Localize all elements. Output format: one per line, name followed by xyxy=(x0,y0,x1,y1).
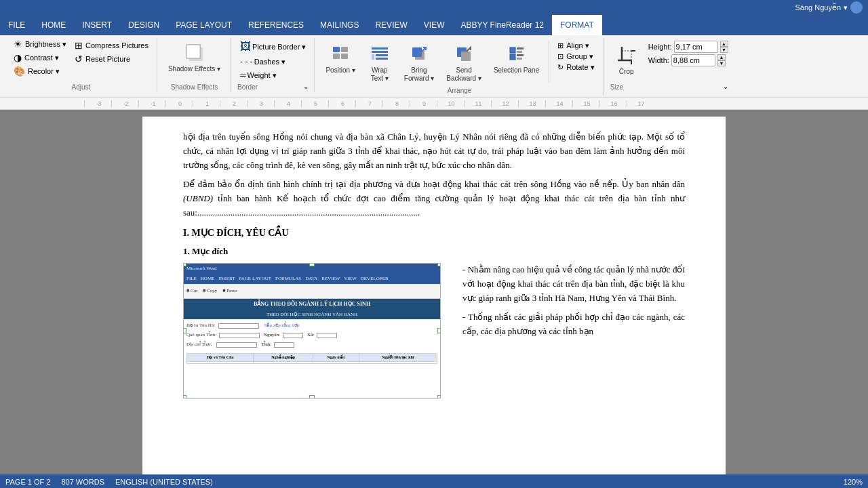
menu-file[interactable]: FILE xyxy=(0,15,33,35)
selection-handle-br[interactable] xyxy=(437,395,441,399)
selection-pane-button[interactable]: Selection Pane xyxy=(490,39,543,77)
embedded-label-3: Địa chỉ Tỉnh: xyxy=(186,341,214,348)
ruler-mark: 17 xyxy=(627,100,654,107)
reset-picture-button[interactable]: ↺ Reset Picture xyxy=(72,53,151,65)
size-inputs: Height: ▲ ▼ Width: ▲ ▼ xyxy=(648,41,728,66)
zoom-level[interactable]: 120% xyxy=(844,478,863,486)
recolor-label: Recolor ▾ xyxy=(28,67,60,76)
document-page[interactable]: hội địa trên tuyến sông Hồng nói chung v… xyxy=(142,117,726,474)
width-up-button[interactable]: ▲ xyxy=(717,54,726,60)
menu-view[interactable]: VIEW xyxy=(416,15,453,35)
dashes-button[interactable]: - - - Dashes ▾ xyxy=(237,56,288,68)
size-expand-button[interactable]: ⌄ xyxy=(723,83,728,90)
ribbon-group-shadow: Shadow Effects ▾ Shadow Effects xyxy=(159,38,231,92)
bring-forward-label: BringForward ▾ xyxy=(404,66,434,83)
crop-button[interactable]: Crop xyxy=(610,41,643,79)
right-paragraph-1: - Nhằm nâng cao hiệu quả về công tác quả… xyxy=(462,263,685,305)
align-button[interactable]: ⊞ Align ▾ xyxy=(555,41,597,51)
menu-review[interactable]: REVIEW xyxy=(367,15,415,35)
right-column-text: - Nhằm nâng cao hiệu quả về công tác quả… xyxy=(462,263,685,404)
document-area: hội địa trên tuyến sông Hồng nói chung v… xyxy=(0,110,868,474)
border-expand-button[interactable]: ⌄ xyxy=(303,83,309,90)
ruler: -3 -2 -1 0 1 2 3 4 5 6 7 8 9 10 11 12 13… xyxy=(0,98,868,110)
embedded-data-table: Họ và Tên Cha Nghề nghiệp Ngày mất Người… xyxy=(186,353,437,365)
ruler-mark: 7 xyxy=(355,100,382,107)
ruler-mark: 16 xyxy=(599,100,627,107)
embedded-menu-item: INSERT xyxy=(218,275,235,283)
width-input[interactable] xyxy=(671,54,715,66)
group-button[interactable]: ⊡ Group ▾ xyxy=(555,52,597,62)
position-button[interactable]: Position ▾ xyxy=(321,39,359,77)
compress-pictures-button[interactable]: ⊞ Compress Pictures xyxy=(72,39,151,52)
selection-handle-tl[interactable] xyxy=(183,263,186,266)
picture-border-button[interactable]: 🖼 Picture Border ▾ xyxy=(237,39,309,54)
height-down-button[interactable]: ▼ xyxy=(720,47,728,53)
embedded-image[interactable]: ● Microsoft Word FILE HOME INSERT PAGE L… xyxy=(183,263,441,399)
user-chevron[interactable]: ▾ xyxy=(844,3,848,12)
height-up-button[interactable]: ▲ xyxy=(720,41,728,47)
brightness-button[interactable]: ☀ Brightness ▾ xyxy=(11,38,69,50)
compress-label: Compress Pictures xyxy=(85,41,149,49)
svg-rect-16 xyxy=(461,52,471,61)
recolor-button[interactable]: 🎨 Recolor ▾ xyxy=(11,65,69,77)
selection-handle-bl[interactable] xyxy=(183,395,186,399)
reset-label: Reset Picture xyxy=(85,55,130,63)
menu-references[interactable]: REFERENCES xyxy=(240,15,312,35)
svg-rect-21 xyxy=(517,51,522,53)
rotate-button[interactable]: ↻ Rotate ▾ xyxy=(555,62,597,73)
menu-design[interactable]: DESIGN xyxy=(120,15,167,35)
table-header: Người liên lạc khi xyxy=(359,353,437,362)
contrast-label: Contrast ▾ xyxy=(24,54,59,62)
selection-handle-ml[interactable] xyxy=(183,328,186,333)
height-input[interactable] xyxy=(674,41,718,53)
group-icon: ⊡ xyxy=(557,52,564,61)
menu-home[interactable]: HOME xyxy=(33,15,74,35)
selection-handle-bm[interactable] xyxy=(309,395,315,399)
contrast-button[interactable]: ◑ Contrast ▾ xyxy=(11,52,69,64)
arrange-group-label: Arrange xyxy=(448,85,472,94)
menu-abbyy[interactable]: ABBYY FineReader 12 xyxy=(452,15,552,35)
svg-rect-19 xyxy=(510,54,515,60)
compress-icon: ⊞ xyxy=(75,40,83,51)
crop-label: Crop xyxy=(619,68,634,76)
send-backward-button[interactable]: SendBackward ▾ xyxy=(442,39,486,85)
align-label: Align ▾ xyxy=(566,41,589,50)
embedded-input-2e[interactable] xyxy=(317,333,337,338)
svg-rect-20 xyxy=(517,47,524,49)
ruler-marks: -3 -2 -1 0 1 2 3 4 5 6 7 8 9 10 11 12 13… xyxy=(84,100,654,107)
ruler-mark: 2 xyxy=(220,100,247,107)
shadow-icon xyxy=(182,41,207,65)
shadow-effects-label: Shadow Effects ▾ xyxy=(168,65,220,73)
embedded-input-2[interactable] xyxy=(219,333,260,338)
ruler-mark: 0 xyxy=(165,100,193,107)
table-cell xyxy=(359,362,437,364)
menu-insert[interactable]: INSERT xyxy=(74,15,120,35)
shadow-effects-button[interactable]: Shadow Effects ▾ xyxy=(164,38,224,76)
embedded-form-row-2: Quê quán Tỉnh: Nguyên: Xã: xyxy=(186,331,437,339)
width-label: Width: xyxy=(648,56,669,64)
menu-page-layout[interactable]: PAGE LAYOUT xyxy=(167,15,240,35)
weight-button[interactable]: ═ Weight ▾ xyxy=(237,69,279,81)
title-bar: Sáng Nguyễn ▾ xyxy=(0,0,868,15)
selection-handle-mr[interactable] xyxy=(437,328,441,333)
embedded-input-3c[interactable] xyxy=(274,342,294,348)
position-icon xyxy=(328,42,353,66)
width-down-button[interactable]: ▼ xyxy=(717,60,726,66)
bring-forward-button[interactable]: BringForward ▾ xyxy=(400,39,438,85)
wrap-text-button[interactable]: WrapText ▾ xyxy=(363,39,396,85)
send-backward-icon xyxy=(452,42,476,66)
embedded-menu-item: PAGE LAYOUT xyxy=(239,275,272,283)
menu-format[interactable]: FORMAT xyxy=(552,15,602,35)
menu-mailings[interactable]: MAILINGS xyxy=(312,15,367,35)
selection-handle-tr[interactable] xyxy=(437,263,441,266)
embedded-input-3[interactable] xyxy=(216,342,257,348)
svg-rect-22 xyxy=(517,54,524,56)
svg-rect-3 xyxy=(333,47,340,52)
embedded-menu-item: DATA xyxy=(305,275,317,283)
table-header: Nghề nghiệp xyxy=(254,353,313,362)
embedded-title-text: Microsoft Word xyxy=(186,265,217,272)
selection-pane-icon xyxy=(505,42,529,66)
svg-rect-2 xyxy=(186,45,200,58)
embedded-input-2c[interactable] xyxy=(283,333,303,338)
embedded-input-1[interactable] xyxy=(218,323,259,329)
